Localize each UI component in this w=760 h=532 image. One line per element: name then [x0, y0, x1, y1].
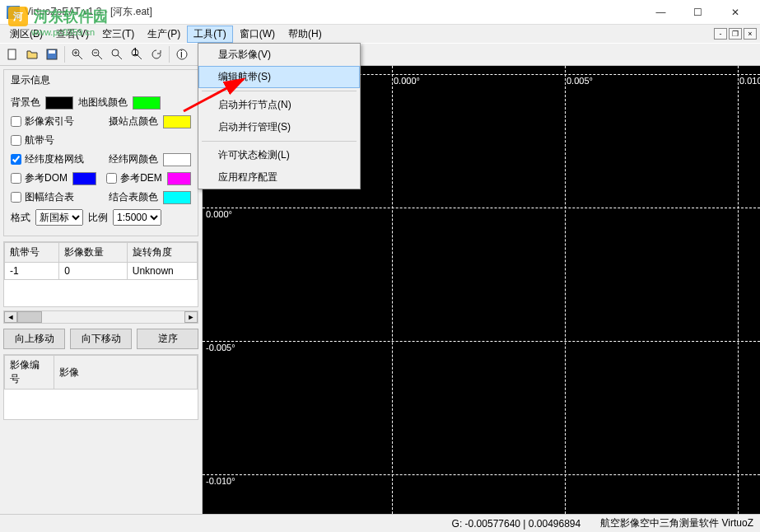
- window-title: VirtuoZoEAT v1.3 - [河东.eat]: [25, 5, 642, 19]
- scale-select[interactable]: 1:5000: [113, 209, 161, 226]
- dom-label: 参考DOM: [25, 171, 68, 185]
- grid-y-label: -0.010°: [206, 476, 235, 486]
- th-img: 影像: [54, 356, 198, 390]
- zoom-fit-icon[interactable]: [108, 45, 126, 63]
- display-info-panel-title: 显示信息: [4, 70, 198, 91]
- menubar: 测区(B) 查看(V) 空三(T) 生产(P) 工具(T) 窗口(W) 帮助(H…: [0, 25, 760, 43]
- svg-text:i: i: [180, 49, 183, 60]
- menu-window[interactable]: 窗口(W): [233, 26, 282, 43]
- station-color-swatch[interactable]: [163, 115, 191, 128]
- strip-no-label: 航带号: [25, 133, 54, 147]
- dropdown-edit-strip[interactable]: 编辑航带(S): [198, 66, 360, 88]
- zoom-in-icon[interactable]: [68, 45, 86, 63]
- image-index-checkbox[interactable]: [11, 116, 21, 127]
- svg-point-11: [112, 49, 119, 56]
- th-rotation: 旋转角度: [127, 243, 197, 263]
- move-down-button[interactable]: 向下移动: [70, 329, 132, 349]
- th-stripno: 航带号: [5, 243, 59, 263]
- mapline-color-swatch[interactable]: [133, 96, 161, 110]
- menu-view[interactable]: 查看(V): [49, 26, 96, 43]
- dom-color-swatch[interactable]: [72, 172, 96, 185]
- dropdown-start-parallel-node[interactable]: 启动并行节点(N): [198, 94, 360, 116]
- zoom-reset-icon[interactable]: 1: [128, 45, 146, 63]
- svg-line-12: [118, 55, 122, 59]
- statusbar: G: -0.00577640 | 0.00496894 航空影像空中三角测量软件…: [0, 514, 760, 532]
- bg-color-swatch[interactable]: [45, 96, 73, 110]
- th-imgcount: 影像数量: [59, 243, 127, 263]
- open-icon[interactable]: [23, 45, 41, 63]
- grid-checkbox[interactable]: [11, 154, 21, 165]
- grid-label: 经纬度格网线: [25, 152, 84, 166]
- status-coordinates: G: -0.00577640 | 0.00496894: [452, 518, 581, 530]
- combine-color-swatch[interactable]: [163, 191, 191, 204]
- menu-tools[interactable]: 工具(T): [187, 26, 232, 43]
- grid-x-label: 0.000°: [394, 76, 420, 86]
- dropdown-license-check[interactable]: 许可状态检测(L): [198, 144, 360, 166]
- strip-table-wrap[interactable]: 航带号 影像数量 旋转角度 -1 0 Unknown: [3, 241, 198, 307]
- dropdown-separator: [202, 91, 357, 91]
- table-row[interactable]: -1 0 Unknown: [5, 263, 198, 280]
- mdi-minimize-button[interactable]: -: [714, 28, 727, 40]
- grid-x-label: 0.010°: [739, 76, 760, 86]
- grid-line-v: [565, 66, 566, 514]
- menu-help[interactable]: 帮助(H): [282, 26, 329, 43]
- mdi-close-button[interactable]: ×: [744, 28, 757, 40]
- dropdown-start-parallel-manage[interactable]: 启动并行管理(S): [198, 116, 360, 138]
- dropdown-app-config[interactable]: 应用程序配置: [198, 166, 360, 189]
- reverse-button[interactable]: 逆序: [137, 329, 198, 349]
- format-select[interactable]: 新国标: [35, 209, 83, 226]
- svg-rect-1: [8, 49, 16, 59]
- image-index-label: 影像索引号: [25, 114, 74, 128]
- station-color-label: 摄站点颜色: [109, 114, 158, 128]
- maximize-button[interactable]: ☐: [679, 1, 716, 24]
- grid-y-label: -0.005°: [206, 343, 235, 352]
- menu-block[interactable]: 测区(B): [3, 26, 49, 43]
- grid-line-v: [392, 66, 393, 514]
- toolbar-separator: [64, 46, 65, 63]
- dropdown-show-image[interactable]: 显示影像(V): [198, 44, 360, 66]
- scroll-thumb[interactable]: [17, 311, 42, 323]
- save-icon[interactable]: [43, 45, 61, 63]
- mapline-color-label: 地图线颜色: [78, 96, 128, 110]
- grid-line-h: [203, 341, 760, 342]
- grid-line-h: [203, 208, 760, 208]
- grid-color-swatch[interactable]: [163, 153, 191, 166]
- minimize-button[interactable]: —: [642, 1, 679, 24]
- horizontal-scrollbar[interactable]: ◄ ►: [3, 310, 198, 324]
- grid-x-label: 0.005°: [567, 76, 593, 86]
- grid-line-v: [738, 66, 739, 514]
- svg-line-5: [78, 55, 82, 59]
- strip-table: 航带号 影像数量 旋转角度 -1 0 Unknown: [4, 242, 198, 280]
- move-up-button[interactable]: 向上移动: [3, 329, 65, 349]
- scale-label: 比例: [88, 211, 108, 225]
- mdi-restore-button[interactable]: ❐: [729, 28, 742, 40]
- bg-color-label: 背景色: [11, 96, 40, 110]
- refresh-icon[interactable]: [147, 45, 166, 63]
- app-icon: [7, 6, 20, 19]
- dom-checkbox[interactable]: [11, 173, 21, 184]
- svg-line-9: [98, 55, 102, 59]
- combine-color-label: 结合表颜色: [109, 190, 158, 204]
- svg-line-14: [138, 55, 142, 59]
- grid-line-h: [203, 474, 760, 475]
- close-button[interactable]: ✕: [716, 1, 753, 24]
- menu-production[interactable]: 生产(P): [141, 26, 187, 43]
- titlebar: VirtuoZoEAT v1.3 - [河东.eat] — ☐ ✕: [0, 0, 760, 25]
- tools-dropdown: 显示影像(V) 编辑航带(S) 启动并行节点(N) 启动并行管理(S) 许可状态…: [198, 43, 361, 189]
- dropdown-separator: [202, 141, 357, 142]
- grid-y-label: 0.000°: [206, 209, 232, 219]
- dem-color-swatch[interactable]: [167, 172, 191, 185]
- dem-checkbox[interactable]: [106, 173, 117, 184]
- image-table-wrap[interactable]: 影像编号 影像: [3, 354, 198, 420]
- info-icon[interactable]: i: [173, 45, 191, 63]
- scroll-right-icon[interactable]: ►: [184, 311, 198, 323]
- toolbar: 1 i: [0, 43, 760, 66]
- strip-no-checkbox[interactable]: [11, 135, 21, 146]
- combine-checkbox[interactable]: [11, 192, 21, 203]
- scroll-left-icon[interactable]: ◄: [4, 311, 17, 323]
- new-icon[interactable]: [3, 45, 21, 63]
- sidebar: 显示信息 背景色 地图线颜色 影像索引号 摄站点颜色 航带号 经纬度格网线 经纬…: [0, 66, 203, 514]
- menu-aerotri[interactable]: 空三(T): [96, 26, 141, 43]
- status-appinfo: 航空影像空中三角测量软件 VirtuoZ: [600, 516, 753, 530]
- zoom-out-icon[interactable]: [88, 45, 106, 63]
